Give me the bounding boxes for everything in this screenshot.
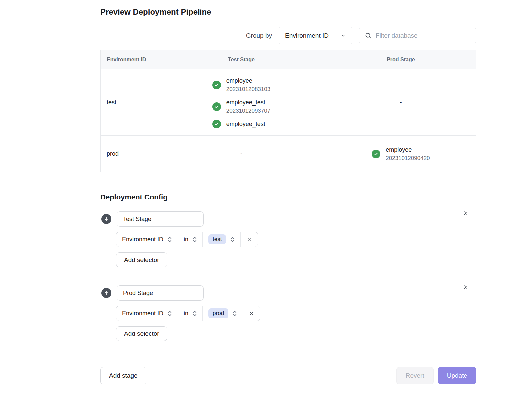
selector-operator-select[interactable]: in [178, 232, 203, 247]
chevron-up-down-icon [193, 310, 197, 317]
check-circle-icon [212, 120, 221, 128]
stage-name-input[interactable] [117, 211, 204, 227]
selector-value-badge: prod [208, 308, 228, 318]
chevron-up-down-icon [168, 310, 172, 317]
selector-key-label: Environment ID [122, 236, 163, 243]
pipeline-table-body: testemployee20231012083103employee_test2… [101, 69, 476, 172]
pipeline-table-header: Environment ID Test Stage Prod Stage [101, 50, 476, 69]
selector-operator-label: in [184, 310, 188, 317]
x-icon [248, 310, 255, 317]
deployment-config-title: Deployment Config [100, 193, 476, 201]
add-selector-button[interactable]: Add selector [116, 326, 167, 341]
pipeline-table: Environment ID Test Stage Prod Stage tes… [100, 50, 476, 172]
stage-config-prod-stage: Environment IDinprodAdd selector [100, 276, 476, 349]
deployment-text: employee20231012083103 [226, 76, 270, 93]
stage-header [101, 211, 476, 227]
chevron-up-down-icon [168, 236, 172, 243]
deployment-text: employee20231012090420 [386, 145, 430, 162]
check-circle-icon [212, 81, 221, 89]
remove-stage-button[interactable] [462, 283, 469, 291]
deployment-version: 20231012083103 [226, 85, 270, 93]
deployment-item: employee20231012083103 [212, 76, 270, 93]
update-button[interactable]: Update [438, 367, 476, 384]
selector-key-select[interactable]: Environment ID [116, 232, 178, 247]
add-stage-button[interactable]: Add stage [100, 367, 146, 384]
selector-value-badge: test [208, 234, 226, 244]
arrow-up-circle-icon [101, 288, 111, 298]
column-header-prod-stage: Prod Stage [326, 57, 476, 63]
search-icon [365, 32, 372, 39]
deployment-version: 20231012093707 [226, 107, 270, 115]
chevron-down-icon [340, 33, 346, 38]
test-stage-cell: - [157, 136, 326, 172]
deployment-list: employee20231012090420 [372, 145, 430, 162]
group-by-select[interactable]: Environment ID [279, 27, 352, 44]
add-selector-button[interactable]: Add selector [116, 252, 167, 267]
test-stage-cell: employee20231012083103employee_test20231… [157, 69, 326, 135]
x-icon [463, 284, 469, 290]
config-footer: Add stage Revert Update [100, 358, 476, 384]
empty-stage-dash: - [400, 99, 402, 106]
preview-deployment-pipeline-page: Preview Deployment Pipeline Group by Env… [100, 0, 476, 397]
selector-value-select[interactable]: test [203, 232, 241, 247]
bottom-divider [100, 397, 476, 397]
filter-database-box [359, 27, 476, 44]
arrow-down-circle-icon [101, 214, 111, 224]
chevron-up-down-icon [230, 236, 235, 243]
selector-row: Environment IDinprod [116, 306, 260, 321]
chevron-up-down-icon [233, 310, 237, 317]
deployment-name: employee [386, 145, 430, 154]
deployment-name: employee_test [226, 98, 270, 107]
deployment-item: employee_test [212, 120, 265, 128]
deployment-text: employee_test20231012093707 [226, 98, 270, 115]
check-circle-icon [372, 150, 380, 158]
stage-header [101, 285, 476, 301]
deployment-name: employee [226, 76, 270, 85]
filter-database-input[interactable] [376, 32, 470, 39]
chevron-up-down-icon [193, 236, 197, 243]
table-row-prod: prod-employee20231012090420 [101, 135, 476, 172]
selector-value-select[interactable]: prod [203, 306, 243, 321]
remove-stage-button[interactable] [462, 209, 469, 217]
page-title: Preview Deployment Pipeline [100, 7, 476, 17]
table-row-test: testemployee20231012083103employee_test2… [101, 69, 476, 135]
selector-key-label: Environment ID [122, 310, 163, 317]
environment-id-cell: prod [101, 136, 157, 172]
selector-key-select[interactable]: Environment ID [116, 306, 178, 321]
environment-id-cell: test [101, 69, 157, 135]
table-controls: Group by Environment ID [100, 27, 476, 44]
selector-operator-label: in [184, 236, 188, 243]
deployment-list: employee20231012083103employee_test20231… [212, 76, 270, 128]
group-by-label: Group by [246, 32, 272, 39]
deployment-item: employee_test20231012093707 [212, 98, 270, 115]
x-icon [246, 236, 252, 243]
footer-actions: Revert Update [396, 367, 476, 384]
column-header-environment-id: Environment ID [101, 57, 157, 63]
column-header-test-stage: Test Stage [157, 57, 326, 63]
deployment-item: employee20231012090420 [372, 145, 430, 162]
stage-name-input[interactable] [117, 285, 204, 301]
prod-stage-cell: employee20231012090420 [326, 136, 476, 172]
x-icon [463, 210, 469, 216]
revert-button[interactable]: Revert [396, 367, 434, 384]
empty-stage-dash: - [240, 150, 242, 157]
deployment-text: employee_test [226, 120, 265, 128]
deployment-name: employee_test [226, 120, 265, 128]
check-circle-icon [212, 102, 221, 111]
selector-row: Environment IDintest [116, 232, 258, 247]
stage-config-test-stage: Environment IDintestAdd selector [100, 202, 476, 276]
remove-selector-button[interactable] [241, 232, 258, 247]
selector-operator-select[interactable]: in [178, 306, 203, 321]
remove-selector-button[interactable] [243, 306, 260, 321]
prod-stage-cell: - [326, 69, 476, 135]
deployment-version: 20231012090420 [386, 154, 430, 162]
group-by-selected-value: Environment ID [285, 32, 329, 39]
stages-container: Environment IDintestAdd selectorEnvironm… [100, 202, 476, 349]
